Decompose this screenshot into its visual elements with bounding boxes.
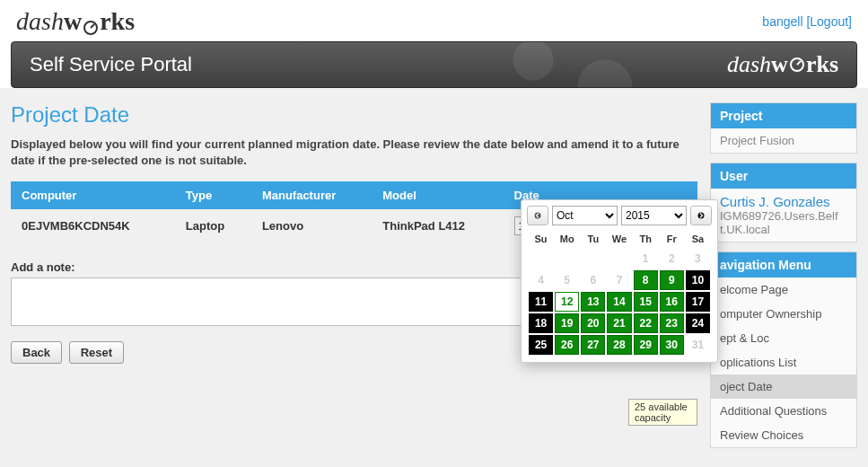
datepicker-day[interactable]: 24 [686, 313, 710, 333]
datepicker-day[interactable]: 27 [581, 335, 605, 355]
datepicker-dow: Fr [660, 231, 684, 247]
col-model: Model [372, 181, 503, 209]
logout-link[interactable]: Logout [810, 14, 848, 29]
datepicker-tooltip: 25 available capacity [628, 399, 697, 426]
datepicker-day[interactable]: 18 [529, 313, 553, 333]
svg-line-1 [91, 24, 94, 28]
datepicker-day[interactable]: 10 [686, 270, 710, 290]
sidebar: Project Project Fusion User Curtis J. Go… [710, 102, 857, 457]
col-type: Type [175, 181, 251, 209]
datepicker-day[interactable]: 12 [555, 292, 579, 312]
datepicker-day[interactable]: 8 [634, 270, 658, 290]
datepicker-day[interactable]: 23 [660, 313, 684, 333]
datepicker-day: 2 [660, 249, 684, 269]
datepicker-dow: Tu [581, 231, 605, 247]
sidebar-nav-item[interactable]: omputer Ownership [711, 302, 856, 326]
datepicker-day [607, 249, 631, 269]
datepicker-day[interactable]: 26 [555, 335, 579, 355]
brand-first: w [64, 7, 82, 36]
svg-line-3 [797, 61, 801, 65]
datepicker-day[interactable]: 25 [529, 335, 553, 355]
datepicker-day: 1 [634, 249, 658, 269]
sidebar-nav-item[interactable]: ept & Loc [711, 326, 856, 350]
topbar: dashwrks bangell [Logout] [0, 0, 868, 41]
brand-rest: rks [100, 7, 135, 36]
datepicker-day[interactable]: 14 [607, 292, 631, 312]
datepicker-day[interactable]: 16 [660, 292, 684, 312]
datepicker-day: 7 [607, 270, 631, 290]
datepicker-day [555, 249, 579, 269]
datepicker-day[interactable]: 11 [529, 292, 553, 312]
sidebar-nav-item[interactable]: Review Choices [711, 423, 856, 447]
datepicker-day: 3 [686, 249, 710, 269]
datepicker-day: 31 [686, 335, 710, 355]
datepicker-day[interactable]: 9 [660, 270, 684, 290]
col-manufacturer: Manufacturer [251, 181, 372, 209]
sidebar-user: User Curtis J. Gonzales IGM689726.Users.… [710, 163, 857, 242]
datepicker-year-select[interactable]: 2015 [621, 206, 687, 225]
banner: Self Service Portal dashwrks [11, 41, 857, 88]
gauge-icon [788, 51, 806, 78]
sidebar-nav: avigation Menu elcome Pageomputer Owners… [710, 251, 857, 448]
datepicker-day[interactable]: 28 [607, 335, 631, 355]
datepicker-day: 4 [529, 270, 553, 290]
datepicker-prev-button[interactable] [527, 206, 548, 225]
user-links: bangell [Logout] [762, 14, 852, 29]
datepicker-day [529, 249, 553, 269]
sidebar-nav-item[interactable]: Additional Questions [711, 399, 856, 423]
col-computer: Computer [11, 181, 175, 209]
sidebar-project-name: Project Fusion [711, 128, 856, 153]
datepicker: Oct 2015 SuMoTuWeThFrSa 1234567891011121… [521, 199, 718, 363]
datepicker-day[interactable]: 15 [634, 292, 658, 312]
sidebar-project-head: Project [711, 103, 856, 128]
datepicker-dow: Th [634, 231, 658, 247]
datepicker-day[interactable]: 20 [581, 313, 605, 333]
cell-manufacturer: Lenovo [251, 209, 372, 242]
datepicker-dow: Su [529, 231, 553, 247]
sidebar-nav-item[interactable]: oplications List [711, 350, 856, 374]
datepicker-month-select[interactable]: Oct [552, 206, 618, 225]
cell-type: Laptop [175, 209, 251, 242]
back-button[interactable]: Back [11, 341, 62, 364]
sidebar-user-name[interactable]: Curtis J. Gonzales [720, 194, 847, 209]
banner-title: Self Service Portal [30, 53, 192, 76]
datepicker-dow: We [607, 231, 631, 247]
main-content: Project Date Displayed below you will fi… [11, 102, 697, 364]
reset-button[interactable]: Reset [69, 341, 124, 364]
svg-point-12 [535, 213, 541, 219]
brand-prefix: dash [16, 7, 64, 36]
page-title: Project Date [11, 102, 697, 128]
page-intro: Displayed below you will find your curre… [11, 137, 697, 169]
sidebar-nav-head: avigation Menu [711, 252, 856, 278]
sidebar-user-dn1: IGM689726.Users.Belf [720, 209, 847, 223]
datepicker-day: 5 [555, 270, 579, 290]
datepicker-day[interactable]: 17 [686, 292, 710, 312]
datepicker-day[interactable]: 13 [581, 292, 605, 312]
svg-point-13 [698, 213, 705, 219]
datepicker-dow: Mo [555, 231, 579, 247]
username-link[interactable]: bangell [762, 14, 802, 29]
datepicker-day[interactable]: 19 [555, 313, 579, 333]
datepicker-day: 6 [581, 270, 605, 290]
cell-computer: 0EJVMB6KCDN54K [11, 209, 175, 242]
datepicker-dow: Sa [686, 231, 710, 247]
datepicker-day[interactable]: 30 [660, 335, 684, 355]
datepicker-grid: SuMoTuWeThFrSa 1234567891011121314151617… [527, 229, 712, 357]
datepicker-day[interactable]: 29 [634, 335, 658, 355]
gauge-icon [82, 13, 100, 31]
datepicker-day[interactable]: 21 [607, 313, 631, 333]
banner-brand-logo: dashwrks [727, 51, 838, 78]
sidebar-nav-item[interactable]: elcome Page [711, 278, 856, 302]
datepicker-next-button[interactable] [690, 206, 712, 225]
sidebar-user-dn2: t.UK.local [720, 223, 847, 236]
datepicker-day [581, 249, 605, 269]
sidebar-project: Project Project Fusion [710, 102, 857, 154]
datepicker-day[interactable]: 22 [634, 313, 658, 333]
cell-model: ThinkPad L412 [372, 209, 503, 242]
sidebar-nav-item[interactable]: oject Date [711, 374, 856, 399]
sidebar-user-head: User [711, 163, 856, 189]
brand-logo: dashwrks [16, 7, 135, 36]
